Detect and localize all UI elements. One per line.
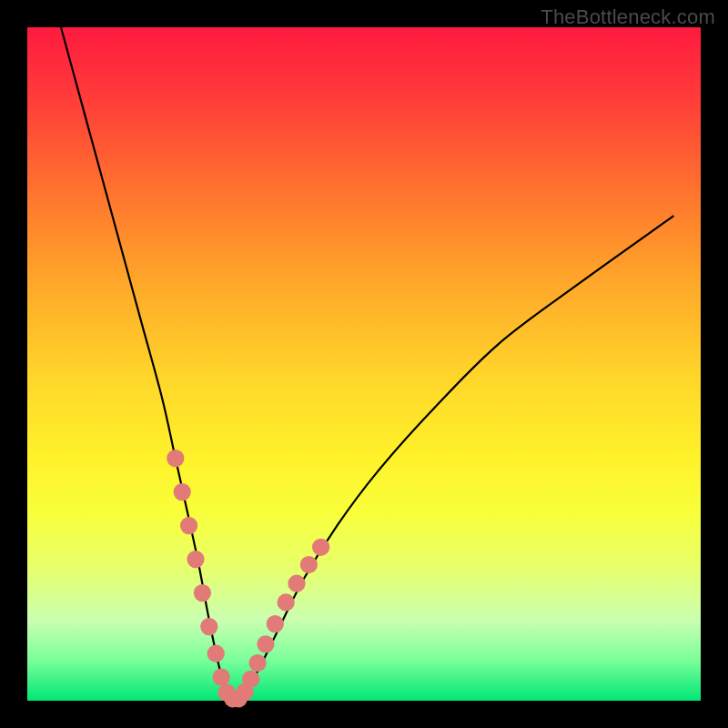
plot-area xyxy=(27,27,701,701)
marker-dot xyxy=(312,539,329,556)
bottleneck-curve xyxy=(61,27,673,704)
marker-dot xyxy=(257,635,274,652)
marker-group xyxy=(167,450,329,707)
marker-dot xyxy=(194,584,211,602)
marker-dot xyxy=(213,668,230,685)
watermark-text: TheBottleneck.com xyxy=(541,5,715,29)
marker-dot xyxy=(187,551,204,568)
marker-dot xyxy=(180,517,197,534)
chart-svg xyxy=(27,27,701,701)
marker-dot xyxy=(242,671,259,688)
marker-dot xyxy=(174,483,191,500)
marker-dot xyxy=(248,654,266,672)
marker-dot xyxy=(300,556,318,573)
marker-dot xyxy=(278,593,295,611)
marker-dot xyxy=(167,450,184,467)
chart-frame: TheBottleneck.com xyxy=(0,0,728,728)
marker-dot xyxy=(267,615,284,632)
marker-dot xyxy=(207,645,225,662)
marker-dot xyxy=(288,575,305,592)
marker-dot xyxy=(200,618,217,635)
